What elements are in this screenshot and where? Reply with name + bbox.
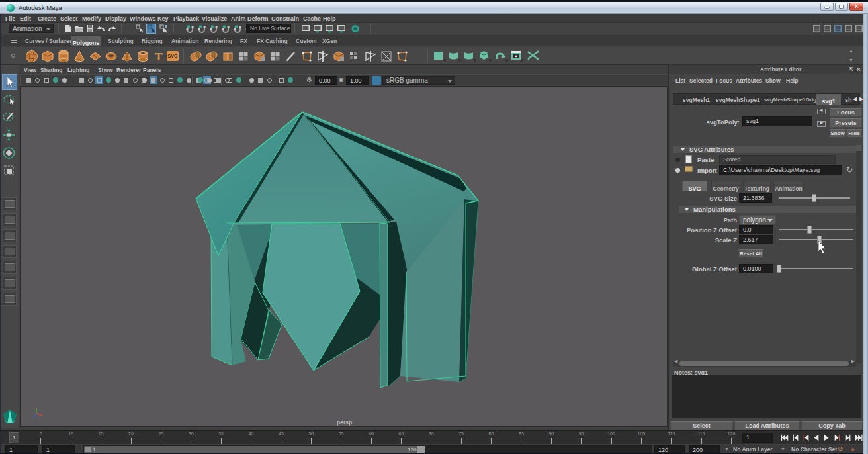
svg-text:x: x	[443, 57, 446, 63]
svg-text:x: x	[474, 57, 476, 63]
svg-text:x: x	[489, 57, 492, 63]
svg-text:x: x	[505, 57, 508, 63]
svg-text:x: x	[458, 57, 461, 63]
svg-text:T: T	[155, 50, 163, 63]
svg-text:x: x	[521, 57, 523, 63]
